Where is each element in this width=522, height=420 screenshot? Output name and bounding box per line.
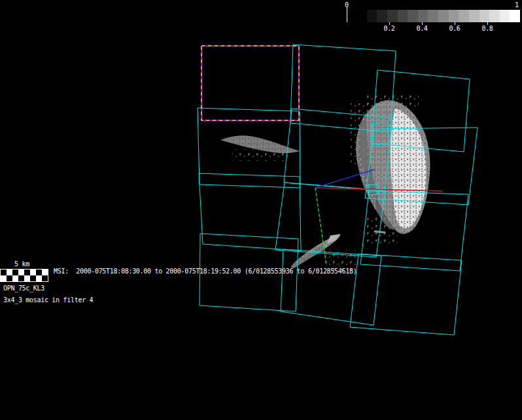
colorbar-tick-label: 0.6: [448, 25, 461, 32]
scale-bar-cell: [7, 275, 12, 281]
colorbar-tick-label: 0.2: [383, 25, 396, 32]
scale-bar-cell: [30, 270, 36, 275]
mosaic-3d-view[interactable]: [0, 0, 522, 420]
colorbar-step: [367, 10, 377, 22]
scale-bar-cell: [36, 270, 42, 275]
colorbar-step: [459, 10, 469, 22]
colorbar-tick-label: 0.4: [415, 25, 428, 32]
speckles-below-sliver: [232, 149, 288, 161]
colorbar-step: [449, 10, 459, 22]
colorbar-step: [408, 10, 418, 22]
scale-bar-cell: [24, 270, 30, 275]
mosaic-footprints: [198, 44, 478, 335]
scale-bar-cell: [1, 275, 7, 281]
scale-bar-cell: [7, 270, 12, 275]
colorbar-step: [377, 10, 387, 22]
colorbar-step: [489, 10, 500, 22]
colorbar-step: [418, 10, 428, 22]
msi-mosaic-planner-window: 0 1 0.20.40.60.8 5 km MSI: 2000-075T18:0…: [0, 0, 522, 420]
scale-bar-cell: [36, 275, 42, 281]
colorbar-zero-tick: [347, 7, 347, 22]
scale-bar-cell: [42, 270, 48, 275]
scale-bar-cell: [18, 275, 24, 281]
south-lobe-shadow-texture: [291, 245, 325, 268]
speckles-left-of-lobe: [351, 103, 377, 166]
colorbar-step: [428, 10, 438, 22]
scale-bar-cell: [30, 275, 36, 281]
scale-bar-cell: [18, 270, 24, 275]
colorbar-step: [357, 10, 367, 22]
colorbar-step: [469, 10, 479, 22]
scale-bar-checkerboard: [0, 269, 48, 282]
colorbar-gradient-strip: [357, 10, 520, 22]
scale-bar-cell: [12, 270, 18, 275]
scale-bar-cell: [1, 270, 7, 275]
scale-bar-label: 5 km: [14, 260, 29, 268]
frame-col3-row4: [350, 254, 462, 335]
colorbar-step: [479, 10, 490, 22]
selected-footprint: [201, 46, 299, 120]
mosaic-description: 3x4_3 mosaic in filter 4: [3, 296, 93, 304]
grayscale-colorbar: 0 1 0.20.40.60.8: [345, 1, 522, 33]
colorbar-step: [387, 10, 398, 22]
scale-bar-cell: [12, 275, 18, 281]
colorbar-tick-label: 0.8: [481, 25, 494, 32]
speckles-below-lobe: [366, 216, 398, 245]
frame-col1-row1-selected-magenta: [201, 46, 299, 120]
colorbar-step: [438, 10, 449, 22]
sequence-name: OPN_75c_KL3: [3, 284, 44, 292]
scale-bar-cell: [24, 275, 30, 281]
observation-time-range: MSI: 2000-075T18:08:30.00 to 2000-075T18…: [54, 267, 357, 275]
colorbar-step: [398, 10, 408, 22]
scale-bar-cell: [42, 275, 48, 281]
colorbar-step: [500, 10, 510, 22]
asteroid-shape-model: [220, 96, 430, 271]
colorbar-max-label: 1: [515, 1, 519, 9]
colorbar-step: [510, 10, 520, 22]
frame-col1-row1-selected-yellow: [201, 46, 299, 120]
